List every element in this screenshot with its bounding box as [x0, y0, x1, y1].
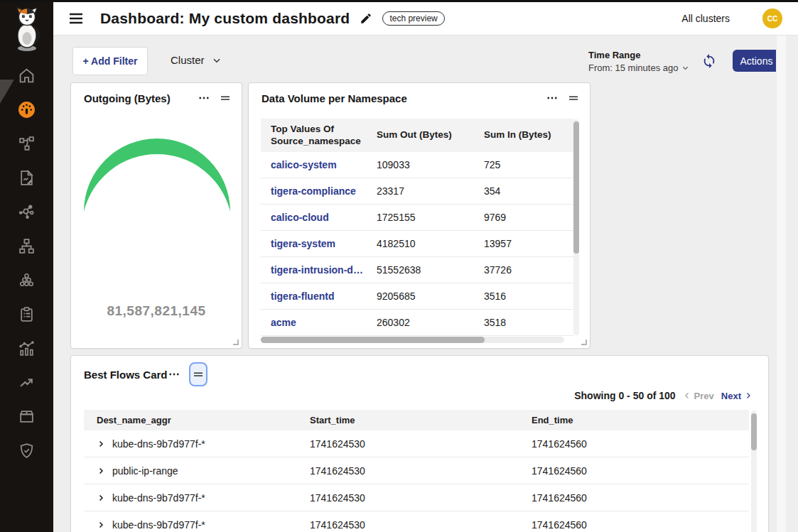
sum-out-value: 23317 — [367, 185, 474, 197]
topology-icon — [18, 237, 36, 255]
sum-out-value: 51552638 — [367, 264, 474, 276]
chart-stats-icon — [18, 340, 36, 357]
shield-check-icon — [18, 442, 36, 460]
card-menu-icon[interactable] — [546, 92, 559, 104]
column-header: Sum Out (Bytes) — [367, 129, 474, 141]
time-range-value: From: 15 minutes ago — [588, 63, 678, 73]
refresh-icon[interactable] — [701, 53, 717, 69]
sidebar-item-inventory[interactable] — [0, 399, 53, 433]
table-vscrollbar-thumb[interactable] — [751, 413, 757, 450]
sidebar-item-clusters[interactable] — [0, 263, 53, 297]
end-time-value: 1741624560 — [532, 465, 749, 477]
pagination: Showing 0 - 50 of 100 Prev Next — [574, 390, 753, 401]
sidebar-item-statistics[interactable] — [0, 331, 53, 365]
prev-label: Prev — [694, 391, 714, 401]
start-time-value: 1741624530 — [310, 519, 532, 531]
resize-handle-icon[interactable] — [581, 339, 587, 345]
best-flows-card: Best Flows Card Showing 0 - 50 of 100 Pr… — [70, 355, 769, 532]
namespace-table: Top Values Of Source_namespace Sum Out (… — [261, 119, 573, 336]
cluster-dropdown-label: Cluster — [171, 54, 205, 66]
chevron-right-icon — [744, 391, 753, 400]
table-row: calico-system 109033 725 — [261, 152, 573, 178]
namespace-table-body: calico-system 109033 725 tigera-complian… — [261, 152, 573, 336]
table-hscrollbar-thumb[interactable] — [261, 337, 485, 343]
calico-cat-logo — [11, 7, 43, 53]
namespace-link[interactable]: calico-system — [261, 159, 366, 170]
resize-handle-icon[interactable] — [232, 339, 239, 345]
sidebar-item-service-graph[interactable] — [0, 126, 53, 161]
namespace-link[interactable]: tigera-fluentd — [261, 291, 366, 302]
sum-in-value: 3518 — [474, 317, 573, 328]
dest-name-value: kube-dns-9b7d977f-* — [112, 492, 205, 504]
card-title: Data Volume per Namespace — [261, 92, 407, 104]
time-range-label: Time Range — [588, 50, 689, 60]
namespace-link[interactable]: tigera-compliance — [261, 185, 366, 197]
end-time-value: 1741624560 — [532, 492, 749, 504]
expand-row-chevron-icon[interactable] — [97, 467, 105, 475]
namespace-link[interactable]: acme — [261, 317, 366, 328]
page-scrollbar-track[interactable] — [776, 36, 786, 532]
start-time-value: 1741624530 — [310, 492, 532, 504]
prev-page-button[interactable]: Prev — [683, 391, 714, 401]
card-drag-handle-focused[interactable] — [189, 362, 207, 386]
sum-in-value: 354 — [474, 185, 573, 197]
user-avatar[interactable]: CC — [762, 9, 782, 28]
time-range-selector[interactable]: From: 15 minutes ago — [588, 63, 689, 73]
actions-button[interactable]: Actions — [733, 50, 780, 72]
end-time-value: 1741624560 — [532, 438, 749, 450]
card-drag-handle-icon[interactable] — [567, 92, 580, 104]
sidebar-item-network[interactable] — [0, 195, 53, 229]
namespace-link[interactable]: calico-cloud — [261, 212, 366, 223]
column-header: End_time — [532, 415, 749, 425]
cluster-dropdown[interactable]: Cluster — [171, 54, 222, 66]
dest-name-value: public-ip-range — [112, 465, 178, 477]
namespace-link[interactable]: tigera-system — [261, 238, 366, 249]
start-time-value: 1741624530 — [310, 438, 532, 450]
table-vscrollbar-track[interactable] — [573, 119, 579, 335]
column-header: Top Values Of Source_namespace — [261, 124, 364, 146]
table-row: kube-dns-9b7d977f-* 1741624530 174162456… — [84, 511, 749, 532]
gauge-value: 81,587,821,145 — [71, 303, 242, 319]
add-filter-button[interactable]: + Add Filter — [72, 47, 148, 75]
column-header: Dest_name_aggr — [84, 415, 310, 425]
hamburger-menu-icon[interactable] — [68, 10, 85, 27]
dest-name-value: kube-dns-9b7d977f-* — [112, 438, 205, 450]
table-vscrollbar-thumb[interactable] — [573, 121, 579, 254]
sidebar-item-compliance[interactable] — [0, 297, 53, 331]
expand-row-chevron-icon[interactable] — [97, 521, 105, 529]
sum-in-value: 13957 — [474, 238, 573, 249]
data-volume-card: Data Volume per Namespace Top Values Of … — [248, 82, 591, 349]
expand-row-chevron-icon[interactable] — [97, 494, 105, 502]
table-hscrollbar-track[interactable] — [261, 337, 564, 343]
chevron-left-icon — [683, 391, 691, 400]
sum-out-value: 260302 — [367, 317, 474, 328]
sum-out-value: 1725155 — [367, 212, 474, 223]
outgoing-bytes-card: Outgoing (Bytes) 81,587,821,145 — [70, 82, 242, 349]
sidebar-item-home[interactable] — [0, 58, 53, 92]
sidebar-item-security[interactable] — [0, 433, 53, 467]
table-row: tigera-system 4182510 13957 — [261, 231, 573, 257]
dest-name-value: kube-dns-9b7d977f-* — [112, 519, 205, 531]
sidebar-item-reports[interactable] — [0, 161, 53, 195]
app-logo[interactable] — [0, 7, 53, 53]
sidebar-nav — [0, 58, 53, 467]
table-row: tigera-compliance 23317 354 — [261, 178, 573, 205]
card-menu-icon[interactable] — [168, 368, 180, 381]
sidebar-item-topology[interactable] — [0, 229, 53, 263]
start-time-value: 1741624530 — [310, 465, 532, 477]
sidebar-item-activity[interactable] — [0, 365, 53, 399]
all-clusters-selector[interactable]: All clusters — [681, 13, 730, 24]
expand-row-chevron-icon[interactable] — [97, 440, 105, 448]
network-nodes-icon — [18, 203, 36, 221]
chevron-down-icon — [681, 64, 689, 72]
table-vscrollbar-track[interactable] — [751, 411, 757, 532]
home-icon — [18, 67, 36, 85]
flows-table-body: kube-dns-9b7d977f-* 1741624530 174162456… — [84, 430, 749, 532]
namespace-table-header: Top Values Of Source_namespace Sum Out (… — [261, 119, 573, 152]
table-row: acme 260302 3518 — [261, 310, 573, 336]
sidebar-item-dashboards[interactable] — [0, 92, 53, 126]
edit-pencil-icon[interactable] — [360, 12, 372, 25]
namespace-link[interactable]: tigera-intrusion-d… — [261, 264, 366, 276]
column-header: Sum In (Bytes) — [474, 129, 573, 141]
next-page-button[interactable]: Next — [721, 391, 753, 401]
